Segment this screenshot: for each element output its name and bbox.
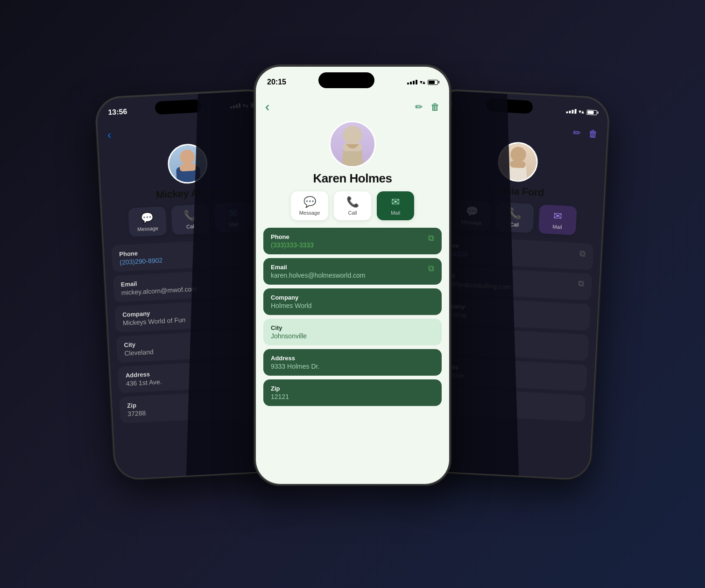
center-dynamic-island	[318, 72, 374, 88]
right-phone-copy-icon[interactable]: ⧉	[579, 249, 586, 259]
svg-point-5	[510, 147, 526, 163]
left-mail-icon: ✉	[228, 207, 237, 220]
left-address-value: 436 1st Ave.	[126, 378, 162, 387]
center-message-button[interactable]: 💬 Message	[291, 191, 328, 220]
center-action-buttons: 💬 Message 📞 Call ✉ Mail	[256, 191, 449, 220]
center-city-value: Johnsonville	[271, 332, 307, 340]
left-avatar-svg	[168, 144, 207, 183]
center-address-card: Address 9333 Holmes Dr.	[263, 349, 442, 376]
right-message-label: Message	[461, 219, 482, 225]
left-address-content: Address 436 1st Ave.	[126, 370, 162, 387]
left-message-button[interactable]: 💬 Message	[128, 206, 167, 237]
center-address-value: 9333 Holmes Dr.	[271, 363, 319, 370]
center-info-cards: Phone (333)333-3333 ⧉ Email karen.holves…	[256, 228, 449, 406]
center-company-card: Company Holmes World	[263, 288, 442, 315]
center-status-bar: 20:15 ▾▴	[256, 67, 449, 96]
right-phone-card: Phone 820-8320 ⧉	[432, 235, 594, 270]
center-call-label: Call	[348, 210, 357, 216]
center-zip-content: Zip 12121	[271, 385, 289, 400]
right-avatar-container	[429, 138, 606, 187]
center-email-copy-icon[interactable]: ⧉	[428, 264, 434, 273]
center-company-content: Company Holmes World	[271, 294, 312, 309]
center-company-label: Company	[271, 294, 312, 301]
svg-rect-2	[179, 163, 196, 172]
left-back-button[interactable]: ‹	[107, 128, 111, 141]
left-company-content: Company Mickeys World of Fun	[122, 308, 186, 327]
center-company-value: Holmes World	[271, 302, 312, 309]
center-email-value: karen.holves@holmesworld.com	[271, 272, 366, 279]
center-city-label: City	[271, 324, 307, 331]
left-message-icon: 💬	[141, 211, 154, 224]
left-zip-label: Zip	[127, 401, 146, 409]
svg-rect-6	[510, 161, 526, 168]
center-phone-label: Phone	[271, 233, 314, 240]
center-city-content: City Johnsonville	[271, 324, 307, 340]
center-signal	[407, 80, 417, 84]
left-call-label: Call	[186, 224, 196, 230]
left-signal	[230, 103, 240, 108]
left-mail-label: Mail	[229, 221, 239, 227]
left-email-card: Email mickey.alcorn@mwof.com ⧉	[113, 267, 275, 302]
right-avatar	[497, 141, 538, 182]
center-avatar-svg	[331, 122, 374, 166]
left-status-time: 13:56	[108, 107, 127, 117]
center-email-content: Email karen.holves@holmesworld.com	[271, 264, 366, 279]
right-message-button[interactable]: 💬 Message	[452, 200, 491, 231]
center-back-button[interactable]: ‹	[265, 99, 269, 114]
center-edit-icon[interactable]: ✏	[415, 101, 423, 112]
right-mail-button[interactable]: ✉ Mail	[538, 204, 577, 235]
center-contact-name: Karen Holmes	[256, 171, 449, 186]
right-status-icons: ▾▴	[566, 108, 597, 116]
center-phone-content: Phone (333)333-3333	[271, 233, 314, 249]
center-zip-label: Zip	[271, 385, 289, 392]
right-message-icon: 💬	[465, 205, 479, 218]
center-header: ‹ ✏ 🗑	[256, 96, 449, 116]
right-call-icon: 📞	[508, 208, 522, 220]
right-delete-icon[interactable]: 🗑	[588, 128, 598, 140]
center-header-icons: ✏ 🗑	[415, 101, 440, 112]
left-call-button[interactable]: 📞 Call	[171, 204, 210, 235]
right-edit-icon[interactable]: ✏	[573, 127, 581, 139]
center-mail-label: Mail	[391, 210, 400, 216]
center-call-button[interactable]: 📞 Call	[334, 191, 371, 220]
center-phone-copy-icon[interactable]: ⧉	[428, 233, 434, 243]
left-phone-value: (203)290-8902	[120, 256, 163, 266]
left-avatar-container	[99, 140, 276, 189]
left-phone-card: Phone (203)290-8902 ⧉	[111, 237, 273, 272]
left-zip-content: Zip 37288	[127, 401, 146, 418]
left-phone-content: Phone (203)290-8902	[119, 248, 162, 266]
center-phone-screen: 20:15 ▾▴ ‹	[256, 67, 449, 484]
left-city-content: City Cleveland	[124, 340, 154, 357]
left-city-value: Cleveland	[124, 348, 154, 357]
left-zip-value: 37288	[127, 409, 146, 418]
right-email-card: Email ford@fordconsulting.com ⧉	[430, 266, 592, 301]
right-dynamic-island	[486, 98, 533, 114]
center-status-time: 20:15	[267, 78, 286, 86]
center-call-icon: 📞	[346, 196, 359, 208]
left-wifi-icon: ▾▴	[243, 102, 249, 109]
center-zip-card: Zip 12121	[263, 379, 442, 406]
right-call-label: Call	[510, 222, 519, 228]
center-mail-icon: ✉	[391, 196, 400, 208]
right-call-button[interactable]: 📞 Call	[495, 202, 534, 233]
right-mail-icon: ✉	[553, 210, 562, 223]
right-avatar-svg	[498, 142, 537, 181]
center-wifi-icon: ▾▴	[420, 79, 425, 85]
svg-point-3	[343, 126, 362, 145]
right-company-card: Company consulting	[429, 296, 591, 331]
center-status-icons: ▾▴	[407, 79, 438, 85]
right-city-card: City g	[427, 326, 589, 361]
center-delete-icon[interactable]: 🗑	[430, 102, 440, 112]
center-address-content: Address 9333 Holmes Dr.	[271, 355, 319, 370]
center-email-label: Email	[271, 264, 366, 271]
center-mail-button[interactable]: ✉ Mail	[377, 191, 414, 220]
center-phone: 20:15 ▾▴ ‹	[254, 65, 451, 485]
phones-container: 13:56 ▾▴ ‹	[96, 37, 609, 551]
center-message-label: Message	[299, 210, 320, 216]
left-mail-button[interactable]: ✉ Mail	[214, 202, 253, 232]
right-email-copy-icon[interactable]: ⧉	[578, 279, 585, 289]
right-mail-label: Mail	[552, 224, 562, 230]
center-avatar	[329, 121, 376, 168]
left-dynamic-island	[155, 99, 202, 115]
center-battery-icon	[428, 80, 438, 85]
